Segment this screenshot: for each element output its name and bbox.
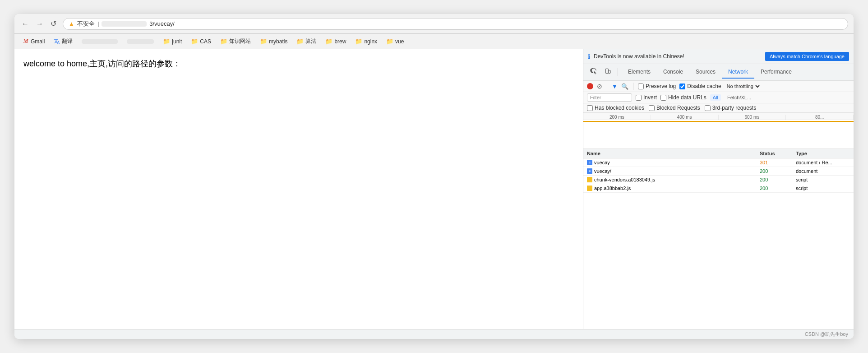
row-file-name: vuecay — [594, 160, 610, 165]
inspect-element-button[interactable] — [587, 67, 600, 78]
has-blocked-cookies-text: Has blocked cookies — [595, 105, 644, 111]
bookmark-mybatis-label: mybatis — [269, 38, 287, 45]
network-toolbar-separator1 — [607, 83, 607, 90]
bookmark-nginx[interactable]: 📁 nginx — [351, 37, 381, 46]
info-icon: ℹ — [588, 53, 590, 60]
match-language-button[interactable]: Always match Chrome's language — [765, 52, 849, 61]
throttle-select[interactable]: No throttling — [725, 83, 761, 89]
bookmark-junit[interactable]: 📁 junit — [159, 37, 185, 46]
refresh-button[interactable]: ↺ — [49, 19, 58, 29]
record-button[interactable] — [587, 83, 593, 89]
invert-checkbox[interactable] — [636, 95, 642, 101]
folder-icon-junit: 📁 — [163, 38, 170, 45]
disable-cache-checkbox[interactable] — [679, 84, 685, 89]
bookmark-suanfa[interactable]: 📁 算法 — [293, 36, 320, 46]
tab-console[interactable]: Console — [657, 66, 689, 79]
forward-button[interactable]: → — [34, 19, 45, 29]
bookmark-cas[interactable]: 📁 CAS — [187, 37, 215, 46]
notification-text: DevTools is now available in Chinese! — [594, 53, 762, 60]
row-name-vuecay: ≡ vuecay — [587, 160, 760, 165]
tab-network[interactable]: Network — [722, 66, 754, 79]
hide-data-urls-checkbox-label[interactable]: Hide data URLs — [660, 94, 706, 101]
has-blocked-cookies-label[interactable]: Has blocked cookies — [587, 105, 644, 111]
disable-cache-label: Disable cache — [687, 83, 721, 89]
hide-data-urls-checkbox[interactable] — [660, 95, 666, 101]
blurred-bookmark-2 — [127, 39, 154, 44]
toolbar-separator — [618, 68, 618, 76]
table-row[interactable]: chunk-vendors.a0183049.js 200 script — [583, 176, 854, 184]
bookmark-brew[interactable]: 📁 brew — [322, 37, 350, 46]
clear-button[interactable]: ⊘ — [597, 83, 602, 90]
network-toolbar-separator2 — [633, 83, 633, 90]
bookmark-zhishi[interactable]: 📁 知识网站 — [217, 36, 254, 46]
preserve-log-label: Preserve log — [646, 83, 676, 89]
device-toggle-button[interactable] — [601, 67, 614, 78]
bookmark-zhishi-label: 知识网站 — [229, 37, 251, 45]
bookmark-blurred2[interactable] — [123, 38, 157, 45]
security-warning-icon: ▲ — [69, 20, 74, 27]
back-button[interactable]: ← — [20, 19, 31, 29]
third-party-text: 3rd-party requests — [712, 105, 756, 111]
folder-icon-zhishi: 📁 — [220, 38, 227, 45]
translate-icon — [54, 38, 60, 45]
has-blocked-cookies-checkbox[interactable] — [587, 105, 593, 111]
blocked-requests-label[interactable]: Blocked Requests — [649, 105, 700, 111]
network-toolbar: ⊘ ▼ 🔍 Preserve log Disable cache No thro… — [583, 81, 854, 92]
row-type: document — [796, 168, 850, 174]
filter-fetch-button[interactable]: Fetch/XL... — [725, 94, 754, 101]
folder-icon-suanfa: 📁 — [296, 38, 304, 45]
search-button[interactable]: 🔍 — [621, 83, 628, 90]
table-row[interactable]: ≡ vuecay/ 200 document — [583, 167, 854, 176]
filter-all-button[interactable]: All — [710, 94, 721, 101]
main-area: welcome to home,主页,访问的路径的参数： ℹ DevTools … — [14, 49, 854, 329]
row-name-chunk-vendors: chunk-vendors.a0183049.js — [587, 177, 760, 182]
tab-elements[interactable]: Elements — [622, 66, 657, 79]
folder-icon-vue: 📁 — [386, 38, 393, 45]
bottom-bar: CSDN @凯先生boy — [14, 329, 854, 339]
row-status: 200 — [760, 186, 796, 191]
table-row[interactable]: ≡ vuecay 301 document / Re... — [583, 158, 854, 167]
row-type: script — [796, 186, 850, 191]
folder-icon-nginx: 📁 — [355, 38, 362, 45]
blurred-address-part — [102, 21, 147, 27]
bookmark-brew-label: brew — [334, 38, 346, 45]
devtools-notification-bar: ℹ DevTools is now available in Chinese! … — [583, 49, 854, 64]
hide-data-urls-label: Hide data URLs — [668, 94, 706, 101]
third-party-checkbox[interactable] — [705, 105, 711, 111]
blocked-requests-checkbox[interactable] — [649, 105, 655, 111]
row-type: script — [796, 177, 850, 182]
address-bar[interactable]: ▲ 不安全 | 3/vuecay/ — [63, 18, 848, 30]
invert-checkbox-label[interactable]: Invert — [636, 94, 657, 101]
timeline-tick-600: 600 ms — [719, 115, 786, 120]
preserve-log-checkbox[interactable] — [638, 84, 644, 89]
network-table: Name Status Type ≡ vuecay 301 document /… — [583, 149, 854, 329]
folder-icon-cas: 📁 — [191, 38, 198, 45]
third-party-label[interactable]: 3rd-party requests — [705, 105, 756, 111]
row-file-name: chunk-vendors.a0183049.js — [594, 177, 655, 182]
devtools-panel: ℹ DevTools is now available in Chinese! … — [583, 49, 854, 329]
col-header-name: Name — [587, 151, 760, 156]
browser-window: ← → ↺ ▲ 不安全 | 3/vuecay/ M Gmail 翻译 — [14, 14, 854, 339]
bookmark-translate[interactable]: 翻译 — [50, 36, 76, 46]
filter-input[interactable] — [587, 93, 632, 102]
bookmark-gmail[interactable]: M Gmail — [19, 37, 48, 46]
row-type: document / Re... — [796, 160, 850, 165]
nav-buttons: ← → ↺ — [20, 19, 58, 29]
page-content: welcome to home,主页,访问的路径的参数： — [14, 49, 583, 329]
bookmark-junit-label: junit — [172, 38, 182, 45]
timeline-tick-200: 200 ms — [583, 115, 651, 120]
tab-sources[interactable]: Sources — [689, 66, 722, 79]
bookmark-blurred1[interactable] — [78, 38, 121, 45]
bookmark-vue[interactable]: 📁 vue — [383, 37, 407, 46]
row-file-name: vuecay/ — [594, 168, 611, 174]
disable-cache-checkbox-label[interactable]: Disable cache — [679, 83, 721, 89]
blurred-bookmark-1 — [82, 39, 118, 44]
tab-performance[interactable]: Performance — [754, 66, 798, 79]
bookmark-mybatis[interactable]: 📁 mybatis — [256, 37, 291, 46]
preserve-log-checkbox-label[interactable]: Preserve log — [638, 83, 676, 89]
timeline-tick-400: 400 ms — [651, 115, 719, 120]
timeline-tick-800: 80... — [786, 115, 854, 120]
filter-row: Invert Hide data URLs All Fetch/XL... — [583, 92, 854, 103]
row-status: 200 — [760, 177, 796, 182]
table-row[interactable]: app.a38bbab2.js 200 script — [583, 184, 854, 193]
